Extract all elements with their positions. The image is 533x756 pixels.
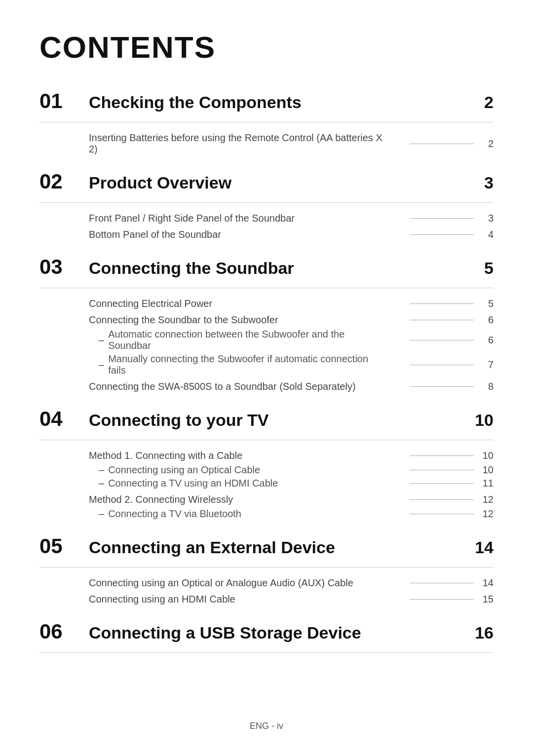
section-page-01: 2	[464, 93, 494, 112]
list-item: –Automatic connection between the Subwoo…	[89, 329, 494, 351]
entry-text: Method 1. Connecting with a Cable	[89, 450, 385, 461]
list-item: Method 1. Connecting with a Cable10	[89, 450, 494, 461]
section-header-06: 06Connecting a USB Storage Device16	[39, 620, 494, 643]
list-item: –Manually connecting the Subwoofer if au…	[89, 353, 494, 376]
section-title-06: Connecting a USB Storage Device	[89, 623, 464, 643]
sub-bullet-icon: –	[99, 508, 104, 520]
entry-page-num: 8	[479, 381, 494, 392]
entry-group-1-1: Bottom Panel of the Soundbar4	[39, 229, 494, 240]
list-item: –Connecting using an Optical Cable10	[89, 464, 494, 476]
section-header-03: 03Connecting the Soundbar5	[39, 255, 494, 279]
sub-entry-text: Automatic connection between the Subwoof…	[108, 329, 385, 351]
entry-text: Connecting using an Optical or Analogue …	[89, 577, 385, 589]
list-item: –Connecting a TV using an HDMI Cable11	[89, 478, 494, 489]
entry-page-num: 14	[479, 577, 494, 589]
entry-page-num: 5	[479, 298, 494, 309]
section-num-03: 03	[39, 255, 89, 279]
entry-page-num: 10	[479, 450, 494, 461]
list-item: Bottom Panel of the Soundbar4	[89, 229, 494, 240]
sub-bullet-icon: –	[99, 335, 104, 346]
section-title-01: Checking the Components	[89, 93, 464, 112]
list-item: Connecting using an HDMI Cable15	[89, 594, 494, 605]
section-02: 02Product Overview3Front Panel / Right S…	[39, 170, 494, 240]
entry-group-0-0: Inserting Batteries before using the Rem…	[39, 132, 494, 155]
entry-group-3-0: Method 1. Connecting with a Cable10–Conn…	[39, 450, 494, 489]
section-num-04: 04	[39, 407, 89, 431]
entry-group-2-0: Connecting Electrical Power5	[39, 298, 494, 309]
entry-text: Connecting using an HDMI Cable	[89, 594, 385, 605]
list-item: –Connecting a TV via Bluetooth12	[89, 508, 494, 520]
section-03: 03Connecting the Soundbar5Connecting Ele…	[39, 255, 494, 392]
section-num-05: 05	[39, 534, 89, 558]
entry-page-num: 3	[479, 213, 494, 224]
section-header-04: 04Connecting to your TV10	[39, 407, 494, 431]
section-num-01: 01	[39, 89, 89, 113]
sub-entry-text: Connecting using an Optical Cable	[108, 464, 385, 476]
entry-page-num: 12	[479, 494, 494, 505]
section-header-05: 05Connecting an External Device14	[39, 534, 494, 558]
section-title-02: Product Overview	[89, 173, 464, 192]
section-04: 04Connecting to your TV10Method 1. Conne…	[39, 407, 494, 520]
entry-page-num: 15	[479, 594, 494, 605]
entry-text: Connecting the Soundbar to the Subwoofer	[89, 314, 385, 326]
sub-entry-page-num: 11	[479, 478, 494, 489]
list-item: Connecting the SWA-8500S to a Soundbar (…	[89, 381, 494, 392]
entry-group-4-0: Connecting using an Optical or Analogue …	[39, 577, 494, 589]
entry-page-num: 4	[479, 229, 494, 240]
list-item: Front Panel / Right Side Panel of the So…	[89, 213, 494, 224]
sub-entry-page-num: 12	[479, 508, 494, 520]
list-item: Connecting the Soundbar to the Subwoofer…	[89, 314, 494, 326]
entry-group-2-2: Connecting the SWA-8500S to a Soundbar (…	[39, 381, 494, 392]
list-item: Method 2. Connecting Wirelessly12	[89, 494, 494, 505]
footer-label: ENG - iv	[0, 721, 533, 731]
entry-text: Connecting Electrical Power	[89, 298, 385, 309]
sub-entry-page-num: 6	[479, 335, 494, 346]
entry-text: Connecting the SWA-8500S to a Soundbar (…	[89, 381, 385, 392]
sub-entry-text: Connecting a TV via Bluetooth	[108, 508, 385, 520]
entry-page-num: 2	[479, 138, 494, 150]
section-page-02: 3	[464, 173, 494, 192]
section-05: 05Connecting an External Device14Connect…	[39, 534, 494, 605]
sub-entry-text: Connecting a TV using an HDMI Cable	[108, 478, 385, 489]
section-title-05: Connecting an External Device	[89, 538, 464, 557]
section-page-03: 5	[464, 259, 494, 278]
section-page-04: 10	[464, 411, 494, 430]
list-item: Connecting using an Optical or Analogue …	[89, 577, 494, 589]
sub-bullet-icon: –	[99, 478, 104, 489]
entry-text: Inserting Batteries before using the Rem…	[89, 132, 385, 155]
sub-entry-page-num: 7	[479, 359, 494, 371]
section-title-03: Connecting the Soundbar	[89, 259, 464, 278]
sub-entry-page-num: 10	[479, 464, 494, 476]
section-title-04: Connecting to your TV	[89, 411, 464, 430]
page-title: CONTENTS	[39, 30, 494, 65]
sub-entry-text: Manually connecting the Subwoofer if aut…	[108, 353, 385, 376]
entry-group-4-1: Connecting using an HDMI Cable15	[39, 594, 494, 605]
section-header-02: 02Product Overview3	[39, 170, 494, 193]
section-01: 01Checking the Components2Inserting Batt…	[39, 89, 494, 155]
section-06: 06Connecting a USB Storage Device16	[39, 620, 494, 653]
entry-group-1-0: Front Panel / Right Side Panel of the So…	[39, 213, 494, 224]
section-page-06: 16	[464, 623, 494, 643]
table-of-contents: 01Checking the Components2Inserting Batt…	[39, 89, 494, 653]
entry-page-num: 6	[479, 314, 494, 326]
sub-bullet-icon: –	[99, 359, 104, 371]
entry-text: Method 2. Connecting Wirelessly	[89, 494, 385, 505]
section-num-02: 02	[39, 170, 89, 193]
section-header-01: 01Checking the Components2	[39, 89, 494, 113]
entry-group-2-1: Connecting the Soundbar to the Subwoofer…	[39, 314, 494, 376]
list-item: Connecting Electrical Power5	[89, 298, 494, 309]
sub-bullet-icon: –	[99, 464, 104, 476]
entry-text: Front Panel / Right Side Panel of the So…	[89, 213, 385, 224]
section-num-06: 06	[39, 620, 89, 643]
list-item: Inserting Batteries before using the Rem…	[89, 132, 494, 155]
entry-group-3-1: Method 2. Connecting Wirelessly12–Connec…	[39, 494, 494, 520]
entry-text: Bottom Panel of the Soundbar	[89, 229, 385, 240]
section-page-05: 14	[464, 538, 494, 557]
